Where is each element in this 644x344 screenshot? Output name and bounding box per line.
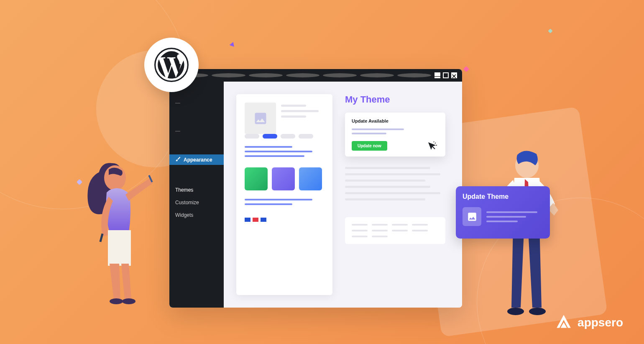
sidebar-item-placeholder[interactable]: — [169,126,224,136]
maximize-icon[interactable] [443,72,449,78]
svg-rect-9 [99,234,103,242]
wp-sidebar: — — Appearance Themes Customize Widgets [169,82,224,308]
svg-point-1 [257,115,259,117]
tab-pill[interactable] [281,134,295,139]
color-swatch[interactable] [272,167,295,190]
color-swatch[interactable] [299,167,322,190]
wordpress-logo [144,38,199,92]
sidebar-item-placeholder[interactable]: — [169,98,224,108]
svg-point-10 [110,298,123,304]
browser-window: — ✕ — — Appearance Themes Customize Widg… [169,69,462,308]
close-icon[interactable]: ✕ [451,72,457,78]
sidebar-item-appearance[interactable]: Appearance [169,154,224,165]
sidebar-sub-widgets[interactable]: Widgets [169,209,224,221]
svg-point-11 [122,298,135,304]
confetti [230,41,236,47]
svg-point-14 [507,308,524,315]
cursor-icon [427,141,437,153]
bottom-card [345,217,445,244]
sidebar-sub-themes[interactable]: Themes [169,184,224,196]
image-placeholder-icon [245,103,276,134]
flag-icon [245,218,250,222]
update-theme-title: Update Theme [463,193,543,200]
brand-name: appsero [578,316,623,329]
tab-pill-active[interactable] [263,134,277,139]
image-placeholder-icon [463,207,481,226]
confetti [463,66,469,72]
flag-icon [261,218,266,222]
update-available-label: Update Available [352,118,439,123]
person-illustration-left [84,138,167,305]
flag-icon [253,218,258,222]
update-available-card: Update Available Update now [345,113,445,157]
update-now-button[interactable]: Update now [352,141,387,151]
svg-line-4 [434,141,434,142]
update-theme-popup: Update Theme [456,186,550,239]
sidebar-item-label: Appearance [184,157,212,163]
svg-point-5 [470,214,471,216]
svg-point-15 [529,308,546,315]
svg-rect-7 [108,230,131,266]
tab-pill[interactable] [245,134,259,139]
browser-titlebar: — ✕ [169,69,462,82]
tab-pill[interactable] [299,134,313,139]
theme-title: My Theme [345,94,445,105]
sidebar-sub-customize[interactable]: Customize [169,196,224,209]
minimize-icon[interactable]: — [434,72,440,78]
color-swatch[interactable] [245,167,268,190]
svg-line-2 [435,143,436,144]
theme-preview-card [236,94,332,295]
confetti [548,28,552,33]
brush-icon [175,156,181,163]
